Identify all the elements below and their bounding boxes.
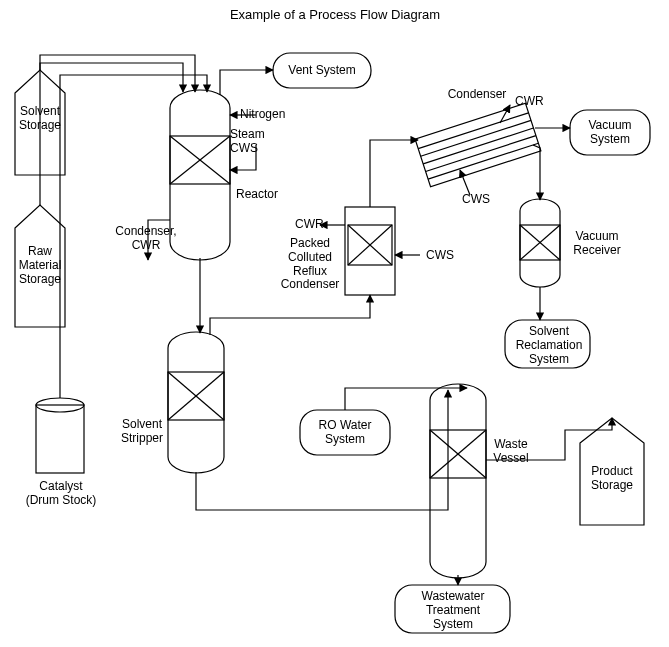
nitrogen-label: Nitrogen — [240, 108, 285, 122]
vent-system-label: Vent System — [288, 64, 355, 78]
wastewater-label: Wastewater Treatment System — [422, 590, 485, 631]
raw-material-storage-label: Raw Material Storage — [19, 245, 62, 286]
svg-line-10 — [426, 136, 536, 172]
svg-line-8 — [421, 120, 531, 156]
svg-line-9 — [423, 128, 533, 164]
vacuum-receiver-label: Vacuum Receiver — [573, 230, 620, 258]
svg-line-19 — [348, 225, 392, 265]
svg-line-22 — [168, 372, 224, 420]
cwr-cond2-label: CWR — [515, 95, 544, 109]
svg-rect-6 — [415, 103, 541, 186]
svg-rect-21 — [168, 372, 224, 420]
solvent-storage-label: Solvent Storage — [19, 105, 61, 133]
condenser2-label: Condenser — [448, 88, 507, 102]
solvent-stripper-label: Solvent Stripper — [121, 418, 163, 446]
svg-point-1 — [36, 398, 84, 412]
svg-line-27 — [430, 430, 486, 478]
catalyst-label: Catalyst (Drum Stock) — [26, 480, 97, 508]
packed-condenser-label: Packed Colluted Reflux Condenser — [281, 237, 340, 292]
svg-rect-2 — [170, 136, 230, 184]
steam-cws-label: Steam CWS — [230, 128, 265, 156]
cwr-packed-label: CWR — [295, 218, 324, 232]
pfd-canvas: Example of a Process Flow Diagram — [0, 0, 669, 647]
title: Example of a Process Flow Diagram — [230, 8, 440, 23]
svg-line-4 — [170, 136, 230, 184]
solvent-reclamation-label: Solvent Reclamation System — [516, 325, 583, 366]
svg-line-7 — [418, 113, 528, 149]
cws-cond2-label: CWS — [462, 193, 490, 207]
svg-line-14 — [520, 225, 560, 260]
svg-rect-25 — [430, 430, 486, 478]
vacuum-system-label: Vacuum System — [588, 119, 631, 147]
cws-packed-label: CWS — [426, 249, 454, 263]
ro-water-label: RO Water System — [319, 419, 372, 447]
svg-line-3 — [170, 136, 230, 184]
svg-line-15 — [520, 225, 560, 260]
reactor-label: Reactor — [236, 188, 278, 202]
svg-line-20 — [348, 225, 392, 265]
svg-rect-13 — [520, 225, 560, 260]
svg-rect-17 — [345, 207, 395, 295]
condenser-cwr-label: Condenser, CWR — [115, 225, 176, 253]
waste-vessel-label: Waste Vessel — [493, 438, 528, 466]
svg-rect-0 — [36, 405, 84, 473]
svg-line-23 — [168, 372, 224, 420]
svg-line-11 — [428, 143, 538, 179]
product-storage-label: Product Storage — [591, 465, 633, 493]
svg-line-26 — [430, 430, 486, 478]
svg-rect-18 — [348, 225, 392, 265]
